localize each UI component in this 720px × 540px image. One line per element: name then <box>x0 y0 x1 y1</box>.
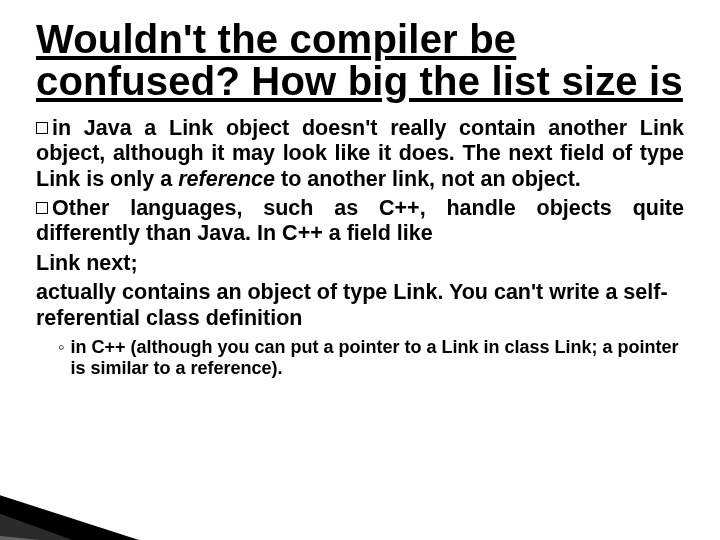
cont-line-2: actually contains an object of type Link… <box>36 280 684 331</box>
bullet-2-seg-0: Other languages, such as C++, handle obj… <box>36 196 684 245</box>
bullet-2: Other languages, such as C++, handle obj… <box>36 196 684 247</box>
slide: Wouldn't the compiler be confused? How b… <box>0 0 720 540</box>
slide-body: in Java a Link object doesn't really con… <box>36 116 684 380</box>
cont-line-1: Link next; <box>36 251 684 276</box>
bullet-1: in Java a Link object doesn't really con… <box>36 116 684 192</box>
slide-title: Wouldn't the compiler be confused? How b… <box>36 18 684 102</box>
bullet-1-seg-1: reference <box>178 167 275 191</box>
square-bullet-icon <box>36 122 48 134</box>
svg-marker-1 <box>0 510 100 540</box>
bullet-1-seg-2: to another link, not an object. <box>275 167 581 191</box>
svg-marker-2 <box>0 535 140 540</box>
svg-marker-0 <box>0 492 170 540</box>
sub-bullet-text: in C++ (although you can put a pointer t… <box>70 337 684 380</box>
open-circle-bullet-icon: ◦ <box>58 337 64 380</box>
corner-decoration-icon <box>0 480 170 540</box>
square-bullet-icon <box>36 202 48 214</box>
sub-bullet-row: ◦ in C++ (although you can put a pointer… <box>58 337 684 380</box>
